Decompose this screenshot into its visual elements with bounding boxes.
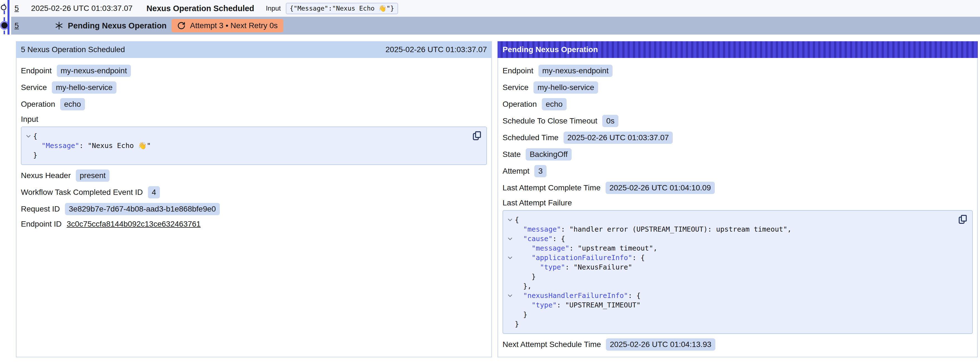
field-row: Input{ "Message": "Nexus Echo 👋"}	[21, 115, 487, 165]
chevron-down-icon[interactable]	[505, 234, 515, 244]
json-text: {	[33, 132, 37, 140]
field-value-badge: 2025-02-26 UTC 01:03:37.07	[563, 132, 673, 144]
json-line-text: "type": "UPSTREAM_TIMEOUT"	[515, 300, 641, 310]
json-text: : "UPSTREAM_TIMEOUT"	[557, 301, 641, 309]
field-row: Next Attempt Schedule Time2025-02-26 UTC…	[503, 338, 973, 351]
json-line-text: "message": "handler error (UPSTREAM_TIME…	[515, 225, 791, 234]
event-id-link[interactable]: 5	[14, 4, 19, 13]
gutter-spacer	[505, 263, 515, 272]
json-line: "cause": {	[505, 234, 955, 244]
endpoint-id-link[interactable]: 3c0c75ccfa8144b092c13ce632463761	[67, 220, 200, 228]
gutter-spacer	[24, 150, 33, 160]
field-label: Input	[21, 115, 487, 124]
json-line-text: "Message": "Nexus Echo 👋"	[33, 141, 151, 150]
json-text: }	[515, 273, 536, 281]
chevron-down-icon[interactable]	[505, 253, 515, 263]
retry-badge: Attempt 3 • Next Retry 0s	[172, 19, 283, 32]
json-line-text: {	[515, 215, 519, 225]
code-block: { "Message": "Nexus Echo 👋"}	[21, 126, 487, 165]
asterisk-icon	[55, 21, 64, 30]
field-label: Last Attempt Complete Time	[503, 184, 601, 192]
json-text	[515, 225, 523, 233]
field-label: Request ID	[21, 204, 60, 214]
json-key: "type"	[531, 301, 557, 309]
json-key: "type"	[540, 263, 565, 271]
field-row: Endpointmy-nexus-endpoint	[503, 65, 973, 77]
retry-badge-label: Attempt 3 • Next Retry 0s	[190, 21, 278, 30]
json-line: }	[505, 272, 955, 281]
event-detail-panel: 5 Nexus Operation Scheduled 2025-02-26 U…	[16, 41, 492, 357]
json-text	[515, 254, 531, 262]
pending-panel-title: Pending Nexus Operation	[503, 45, 598, 54]
json-line-text: }	[33, 150, 37, 160]
copy-button[interactable]	[471, 131, 482, 142]
selected-accent-bar	[8, 0, 10, 35]
field-row: Operationecho	[503, 98, 973, 110]
event-panel-header: 5 Nexus Operation Scheduled 2025-02-26 U…	[16, 41, 492, 58]
event-panel-title: 5 Nexus Operation Scheduled	[21, 45, 125, 54]
json-text: : {	[628, 292, 640, 300]
field-row: Last Attempt Complete Time2025-02-26 UTC…	[503, 182, 973, 194]
copy-button[interactable]	[957, 214, 968, 225]
json-key: "applicationFailureInfo"	[531, 254, 632, 262]
json-text: {	[515, 216, 519, 224]
field-row: Operationecho	[21, 98, 487, 110]
field-label: Attempt	[503, 167, 529, 176]
gutter-spacer	[505, 281, 515, 291]
chevron-down-icon[interactable]	[24, 132, 33, 141]
field-value-badge: 2025-02-26 UTC 01:04:13.93	[606, 338, 715, 351]
pending-panel-body: Endpointmy-nexus-endpointServicemy-hello…	[498, 58, 978, 357]
field-row: Attempt3	[503, 165, 973, 177]
event-row[interactable]: 5 2025-02-26 UTC 01:03:37.07 Nexus Opera…	[11, 0, 980, 17]
pending-operation-row[interactable]: 5 Pending Nexus Operation Attempt 3 • Ne…	[11, 17, 980, 35]
field-label: Endpoint	[21, 66, 52, 75]
event-panel-timestamp: 2025-02-26 UTC 01:03:37.07	[385, 45, 487, 54]
event-title: Nexus Operation Scheduled	[146, 4, 255, 13]
field-value-badge: echo	[542, 98, 566, 110]
event-timestamp: 2025-02-26 UTC 01:03:37.07	[31, 4, 133, 13]
field-label: Last Attempt Failure	[503, 198, 973, 208]
copy-icon	[472, 131, 482, 141]
field-value-badge: echo	[60, 98, 85, 110]
field-label: State	[503, 150, 521, 159]
json-line: }	[505, 310, 955, 319]
json-line-text: }	[515, 272, 536, 281]
json-text: : "Nexus Echo 👋"	[80, 142, 151, 150]
json-line: "applicationFailureInfo": {	[505, 253, 955, 263]
json-key: "cause"	[523, 235, 552, 243]
field-value-badge: 3	[534, 165, 547, 177]
gutter-spacer	[505, 272, 515, 281]
field-label: Scheduled Time	[503, 133, 558, 142]
json-line: }	[24, 150, 469, 160]
json-line: "type": "NexusFailure"	[505, 263, 955, 272]
code-block: { "message": "handler error (UPSTREAM_TI…	[503, 210, 973, 334]
json-line-text: },	[515, 281, 531, 291]
gutter-spacer	[505, 300, 515, 310]
field-row: Endpoint ID3c0c75ccfa8144b092c13ce632463…	[21, 220, 487, 228]
chevron-down-icon[interactable]	[505, 215, 515, 225]
pending-dot-marker	[2, 22, 8, 29]
event-circle-marker	[1, 5, 6, 10]
json-text: }	[515, 320, 519, 328]
json-line: "message": "upstream timeout",	[505, 244, 955, 253]
json-line-text: "nexusHandlerFailureInfo": {	[515, 291, 641, 300]
field-value-badge: 4	[148, 186, 160, 198]
field-row: Workflow Task Completed Event ID4	[21, 186, 487, 198]
json-text	[515, 244, 531, 252]
field-label: Operation	[21, 100, 55, 109]
json-text: }	[515, 310, 527, 319]
json-line: {	[505, 215, 955, 225]
pending-id-link[interactable]: 5	[14, 21, 19, 30]
field-value-badge: 3e829b7e-7d67-4b08-aad3-b1e868bfe9e0	[65, 203, 220, 215]
chevron-down-icon[interactable]	[505, 291, 515, 300]
json-line-text: "type": "NexusFailure"	[515, 263, 632, 272]
json-line: "Message": "Nexus Echo 👋"	[24, 141, 469, 150]
field-label: Nexus Header	[21, 171, 71, 180]
field-label: Next Attempt Schedule Time	[503, 340, 601, 349]
field-row: StateBackingOff	[503, 148, 973, 161]
gutter-spacer	[24, 141, 33, 150]
field-value-badge: 0s	[602, 115, 619, 127]
json-line: },	[505, 281, 955, 291]
json-text: : {	[632, 254, 644, 262]
json-line-text: "cause": {	[515, 234, 565, 244]
